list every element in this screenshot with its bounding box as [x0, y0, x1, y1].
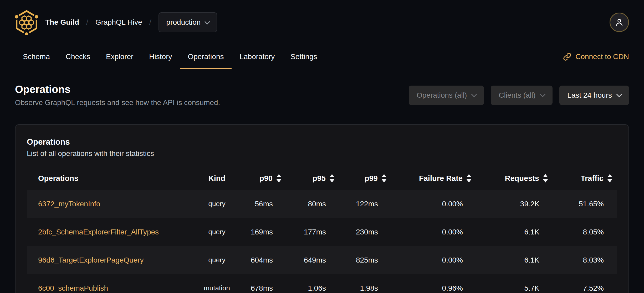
- cell-requests: 6.1K: [471, 256, 548, 264]
- operation-link[interactable]: 6c00_schemaPublish: [38, 284, 108, 292]
- cell-value: 51.65%: [579, 200, 604, 208]
- sort-desc-icon: [277, 179, 281, 182]
- chevron-down-icon: [205, 19, 210, 24]
- sort-desc-icon: [330, 179, 334, 182]
- sort-asc-icon: [543, 174, 548, 177]
- chevron-down-icon: [540, 92, 545, 97]
- page-title-block: Operations Observe GraphQL requests and …: [15, 83, 220, 107]
- cell-value: 1.98s: [360, 284, 378, 292]
- breadcrumb-separator: /: [86, 18, 88, 27]
- filter-operations-all[interactable]: Operations (all): [409, 86, 484, 105]
- connect-to-cdn-label: Connect to CDN: [575, 53, 629, 61]
- cell-kind: query: [191, 256, 243, 264]
- breadcrumb-org[interactable]: The Guild: [45, 18, 79, 27]
- sort-toggle-p95[interactable]: [330, 174, 334, 182]
- user-icon: [615, 18, 624, 27]
- tab-explorer[interactable]: Explorer: [98, 45, 141, 69]
- column-header-requests: Requests: [471, 174, 548, 183]
- column-header-failure_rate: Failure Rate: [386, 174, 471, 183]
- breadcrumb-project[interactable]: GraphQL Hive: [95, 18, 142, 27]
- cell-value: 8.03%: [583, 256, 604, 264]
- cell-p90: 169ms: [243, 228, 281, 236]
- sort-desc-icon: [607, 179, 612, 182]
- kind-value: query: [208, 256, 225, 264]
- sort-toggle-failure_rate[interactable]: [467, 174, 471, 182]
- sort-desc-icon: [543, 179, 548, 182]
- card-title: Operations: [27, 137, 617, 147]
- sort-asc-icon: [330, 174, 334, 177]
- cell-value: 80ms: [308, 200, 326, 208]
- card-subtitle: List of all operations with their statis…: [27, 149, 617, 158]
- column-header-label: p95: [313, 174, 326, 183]
- operation-link[interactable]: 2bfc_SchemaExplorerFilter_AllTypes: [38, 228, 159, 236]
- page-title: Operations: [15, 83, 220, 95]
- sort-toggle-p99[interactable]: [382, 174, 386, 182]
- column-header-traffic: Traffic: [548, 174, 612, 183]
- cell-kind: query: [191, 200, 243, 208]
- cell-traffic: 8.05%: [548, 228, 612, 236]
- operation-link[interactable]: 6372_myTokenInfo: [38, 200, 100, 208]
- filter-clients-all[interactable]: Clients (all): [491, 86, 553, 105]
- connect-to-cdn-link[interactable]: Connect to CDN: [563, 45, 629, 69]
- table-row: 6372_myTokenInfoquery56ms80ms122ms0.00%3…: [27, 190, 617, 218]
- operation-link[interactable]: 96d6_TargetExplorerPageQuery: [38, 256, 144, 264]
- page-header: Operations Observe GraphQL requests and …: [15, 83, 629, 107]
- cell-p95: 80ms: [281, 200, 334, 208]
- hive-logo-icon[interactable]: [15, 10, 38, 35]
- cell-kind: query: [191, 228, 243, 236]
- sort-toggle-requests[interactable]: [543, 174, 548, 182]
- cell-value: 230ms: [356, 228, 378, 236]
- table-row: 96d6_TargetExplorerPageQueryquery604ms64…: [27, 246, 617, 274]
- cell-p99: 825ms: [334, 256, 386, 264]
- cell-value: 6.1K: [524, 256, 539, 264]
- filter-bar: Operations (all)Clients (all)Last 24 hou…: [409, 86, 629, 105]
- column-header-p95: p95: [281, 174, 334, 183]
- cell-failure_rate: 0.00%: [386, 200, 471, 208]
- tab-schema[interactable]: Schema: [15, 45, 58, 69]
- column-header-kind: Kind: [191, 174, 243, 183]
- filter-last-24-hours[interactable]: Last 24 hours: [559, 86, 629, 105]
- kind-value: query: [208, 200, 225, 208]
- cell-p90: 604ms: [243, 256, 281, 264]
- cell-value: 678ms: [251, 284, 273, 292]
- column-header-label: Failure Rate: [419, 174, 463, 183]
- operations-card: Operations List of all operations with t…: [15, 124, 629, 293]
- cell-p99: 1.98s: [334, 284, 386, 292]
- tab-settings[interactable]: Settings: [283, 45, 325, 69]
- column-header-label: Traffic: [581, 174, 604, 183]
- column-header-operation: Operations: [38, 174, 191, 183]
- cell-failure_rate: 0.96%: [386, 284, 471, 292]
- user-avatar-button[interactable]: [610, 13, 629, 32]
- column-header-p99: p99: [334, 174, 386, 183]
- column-header-label: p99: [365, 174, 378, 183]
- kind-value: mutation: [204, 284, 230, 292]
- sort-toggle-traffic[interactable]: [607, 174, 612, 182]
- cell-operation: 2bfc_SchemaExplorerFilter_AllTypes: [38, 228, 191, 236]
- cell-value: 177ms: [304, 228, 326, 236]
- breadcrumb-separator: /: [149, 18, 151, 27]
- sort-desc-icon: [467, 179, 471, 182]
- sort-toggle-p90[interactable]: [277, 174, 281, 182]
- top-header: The Guild / GraphQL Hive / production: [0, 0, 644, 45]
- sort-asc-icon: [382, 174, 386, 177]
- cell-value: 7.52%: [583, 284, 604, 292]
- cell-value: 0.96%: [442, 284, 463, 292]
- tab-laboratory[interactable]: Laboratory: [232, 45, 283, 69]
- target-selector-dropdown[interactable]: production: [159, 12, 217, 32]
- cell-value: 604ms: [251, 256, 273, 264]
- sort-desc-icon: [382, 179, 386, 182]
- cell-value: 122ms: [356, 200, 378, 208]
- cell-kind: mutation: [191, 284, 243, 292]
- tab-operations[interactable]: Operations: [180, 45, 232, 69]
- table-row: 2bfc_SchemaExplorerFilter_AllTypesquery1…: [27, 218, 617, 246]
- cell-value: 0.00%: [442, 256, 463, 264]
- column-header-label: Kind: [208, 174, 225, 183]
- cell-requests: 5.7K: [471, 284, 548, 292]
- tab-checks[interactable]: Checks: [58, 45, 98, 69]
- link-icon: [563, 53, 571, 61]
- cell-value: 0.00%: [442, 228, 463, 236]
- cell-value: 169ms: [251, 228, 273, 236]
- sort-asc-icon: [277, 174, 281, 177]
- tab-history[interactable]: History: [141, 45, 180, 69]
- cell-requests: 39.2K: [471, 200, 548, 208]
